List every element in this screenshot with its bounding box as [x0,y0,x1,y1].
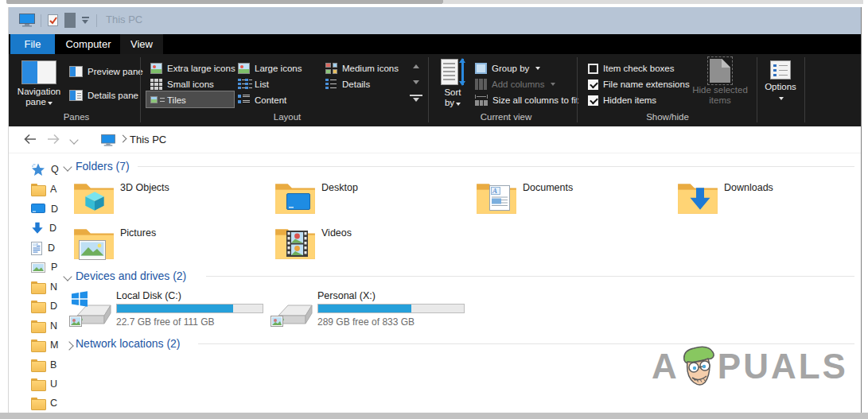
group-by-button[interactable]: Group by [475,62,540,75]
size-all-columns-button[interactable]: Size all columns to fit [475,94,578,107]
filmstrip-icon [286,231,308,257]
hide-selected-items-label-2: items [691,95,749,106]
tab-computer[interactable]: Computer [56,34,120,54]
folders-section-header[interactable]: Folders (7) [76,160,130,173]
layout-content[interactable]: Content [238,94,286,107]
windows-flag-icon [71,290,88,308]
devices-section-chevron-icon[interactable] [63,272,72,281]
addressbar: This PC [9,126,861,153]
layout-list[interactable]: List [238,78,269,91]
titlebar[interactable]: This PC [9,7,861,34]
layout-small-icons[interactable]: Small icons [150,78,214,91]
options-button[interactable]: Options [763,60,798,103]
details-pane-button[interactable]: Details pane [69,89,138,102]
capacity-bar [116,304,263,313]
file-name-extensions-label: File name extensions [603,80,690,89]
sidebar-item[interactable]: D [31,240,55,256]
window-title: This PC [106,14,142,25]
folders-section-chevron-icon[interactable] [63,162,72,171]
add-columns-button[interactable]: Add columns [475,78,555,91]
sidebar-item[interactable]: N [31,279,57,295]
qat-properties-icon[interactable] [64,13,76,28]
folder-name: Videos [321,227,352,239]
options-label: Options [763,82,798,92]
navigation-pane-button[interactable]: Navigation pane [17,60,61,107]
qat-customize-icon[interactable] [82,17,90,25]
sidebar-item[interactable]: P [31,259,57,275]
layout-details[interactable]: Details [325,78,370,91]
folder-tile-documents[interactable]: A Documents [473,177,664,222]
sidebar-item[interactable]: Q [31,161,59,177]
layout-medium-icons[interactable]: Medium icons [325,62,399,75]
content-area: Q A D D D P N [9,153,861,413]
tab-file[interactable]: File [10,34,55,54]
layout-tiles[interactable]: Tiles [150,94,186,107]
item-check-boxes-option[interactable]: Item check boxes [588,62,674,75]
qat-divider [41,14,41,27]
folder-tile-downloads[interactable]: Downloads [675,177,861,222]
group-separator [428,57,429,122]
folder-icon [72,223,115,264]
devices-section-header[interactable]: Devices and drives (2) [76,270,186,282]
list-icon [238,79,250,90]
sidebar-item[interactable]: C [31,395,57,411]
location-icon [101,134,115,145]
sidebar-item[interactable]: M [31,337,58,353]
small-icons-icon [150,79,162,90]
group-separator [757,57,757,122]
tab-view[interactable]: View [120,34,163,54]
recent-locations-icon[interactable] [69,135,78,144]
sidebar-item[interactable]: N [31,318,57,334]
file-name-extensions-checkbox[interactable] [588,80,598,90]
user-photo-badge-icon [271,316,283,327]
sidebar-item[interactable]: B [31,357,56,373]
drive-tile-local-disk[interactable]: Local Disk (C:) 22.7 GB free of 111 GB [71,290,270,335]
hidden-items-option[interactable]: Hidden items [588,94,656,107]
gallery-scroll-up-icon[interactable] [413,64,419,68]
item-check-boxes-checkbox[interactable] [588,64,598,74]
network-section-header[interactable]: Network locations (2) [76,337,181,350]
size-all-columns-label: Size all columns to fit [492,95,578,105]
size-all-columns-icon [475,95,488,106]
sort-by-button[interactable]: Sort by [437,59,469,108]
back-button[interactable] [23,134,37,145]
hide-selected-items-button[interactable]: Hide selected items [691,59,749,106]
sidebar-item[interactable]: A [31,181,56,197]
folder-tile-videos[interactable]: Videos [272,223,463,267]
hide-selected-items-label-1: Hide selected [691,85,749,95]
forward-button[interactable] [47,134,60,145]
sidebar-item[interactable]: D [31,298,57,314]
sidebar-item[interactable]: U [31,376,57,392]
preview-pane-button[interactable]: Preview pane [69,65,143,78]
drive-name: Local Disk (C:) [116,290,181,301]
folder-icon [31,359,45,371]
top-edge-strip-light [443,0,863,4]
file-name-extensions-option[interactable]: File name extensions [588,78,690,91]
folder-tile-desktop[interactable]: Desktop [272,177,463,222]
document-page-icon: A [489,185,510,211]
breadcrumb-location[interactable]: This PC [130,134,166,145]
group-by-icon [475,63,487,74]
small-icons-label: Small icons [167,80,214,89]
drive-icon [71,295,114,332]
dropdown-caret-icon [456,103,461,106]
extra-large-icons-label: Extra large icons [167,64,235,73]
picture-icon [31,262,45,273]
folder-tile-pictures[interactable]: Pictures [71,223,262,267]
navigation-pane-label-2: pane [25,97,46,107]
sidebar-item[interactable]: D [31,201,58,217]
folder-tile-3d-objects[interactable]: 3D Objects [71,177,262,222]
hidden-items-label: Hidden items [603,95,656,105]
drive-tile-personal[interactable]: Personal (X:) 289 GB free of 833 GB [272,290,471,335]
hidden-items-checkbox[interactable] [588,95,598,106]
layout-extra-large-icons[interactable]: Extra large icons [150,62,235,75]
folder-name: Desktop [321,182,358,193]
layout-large-icons[interactable]: Large icons [238,62,302,75]
qat-rename-icon[interactable] [47,14,59,27]
folder-icon [31,184,45,195]
content-icon [238,95,250,106]
gallery-scroll-down-icon[interactable] [413,80,419,84]
network-section-chevron-icon[interactable] [64,341,73,350]
gallery-more-icon[interactable] [413,98,419,102]
sidebar-item[interactable]: D [31,220,56,236]
